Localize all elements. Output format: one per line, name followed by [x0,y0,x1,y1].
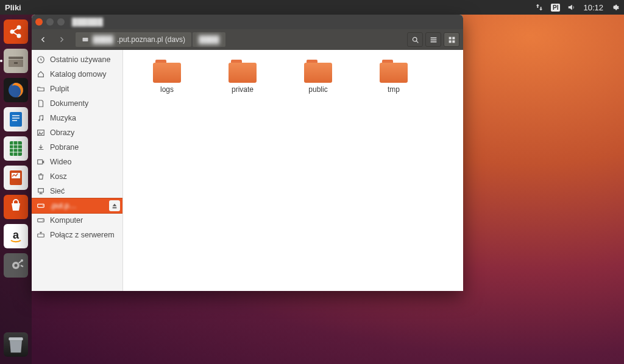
svg-rect-7 [14,62,18,64]
svg-text:a: a [13,229,20,241]
folder-label: public [308,85,327,94]
svg-rect-11 [10,112,22,127]
sidebar-item-label: Sieć [50,187,65,195]
sidebar-item-label: Dokumenty [50,99,88,108]
window-title: ██████ [72,18,103,26]
sidebar-item-label: Muzyka [50,114,76,122]
svg-point-36 [41,119,43,121]
nav-back-button[interactable] [35,32,51,47]
toolbar-list-view-button[interactable] [425,32,441,47]
window-minimize-button[interactable] [46,18,54,26]
svg-rect-28 [430,39,436,40]
folder-icon [229,60,257,83]
svg-point-44 [43,220,43,220]
sidebar-item-label: Katalog domowy [50,70,106,79]
svg-rect-27 [430,37,436,38]
sidebar-item-pictures[interactable]: Obrazy [32,125,122,140]
sidebar-item-label: Połącz z serwerem [50,231,115,239]
sidebar-item-label: Pobrane [50,143,79,152]
folder-item-private[interactable]: private [205,60,280,94]
folder-icon [304,60,332,83]
folder-item-public[interactable]: public [280,60,356,94]
launcher-software[interactable] [2,194,29,220]
keyboard-layout-indicator[interactable]: Pl [551,4,560,12]
sidebar-item-trash[interactable]: Kosz [32,169,122,184]
toolbar-search-button[interactable] [407,32,423,47]
clock[interactable]: 10:12 [583,3,603,12]
svg-rect-24 [9,337,23,340]
svg-rect-25 [83,38,88,41]
sidebar-item-connect[interactable]: Połącz z serwerem [32,228,122,242]
launcher-impress[interactable] [2,164,29,191]
sidebar-item-desktop[interactable]: Pulpit [32,82,122,96]
active-app-name: Pliki [5,3,21,12]
files-content-area[interactable]: logsprivatepublictmp [123,50,463,291]
folder-label: logs [160,85,174,94]
svg-point-26 [413,37,417,41]
svg-point-42 [43,205,43,206]
svg-point-22 [15,264,18,267]
svg-rect-39 [38,160,43,164]
sidebar-item-label: .put.p… [50,201,77,210]
sidebar-item-videos[interactable]: Wideo [32,155,122,169]
sidebar-item-label: Kosz [50,172,67,181]
folder-icon [153,60,181,83]
launcher-trash[interactable] [2,331,29,358]
svg-rect-31 [452,37,455,39]
launcher-calc[interactable] [2,135,29,162]
network-indicator-icon[interactable] [535,3,544,12]
path-segment-sub[interactable]: ████ [193,32,225,47]
sidebar-item-label: Ostatnio używane [50,55,110,64]
sidebar-item-label: Obrazy [50,128,74,137]
files-sidebar: Ostatnio używaneKatalog domowyPulpitDoku… [32,50,123,291]
top-menu-bar: Pliki Pl 10:12 [0,0,624,15]
svg-point-38 [39,131,40,133]
sidebar-item-label: Pulpit [50,85,69,93]
sidebar-item-music[interactable]: Muzyka [32,111,122,125]
folder-icon [380,60,408,83]
sidebar-item-computer[interactable]: Komputer [32,213,122,228]
svg-rect-32 [448,40,451,43]
files-toolbar: ████.put.poznan.pl (davs) ████ [32,29,463,50]
launcher-files[interactable] [2,47,29,74]
toolbar-grid-view-button[interactable] [444,32,459,47]
folder-item-tmp[interactable]: tmp [356,60,431,94]
sidebar-item-recent[interactable]: Ostatnio używane [32,52,122,67]
unity-launcher: a [0,15,32,364]
svg-rect-29 [430,41,436,42]
path-segment-host[interactable]: ████.put.poznan.pl (davs) [76,32,191,47]
folder-label: tmp [388,85,400,94]
sidebar-item-label: Wideo [50,158,71,166]
nav-forward-button[interactable] [54,32,69,47]
folder-label: private [232,85,254,94]
files-window: ██████ ████.put.poznan.pl (davs) ████ [32,15,463,291]
svg-rect-0 [4,19,28,44]
svg-rect-30 [448,37,451,39]
svg-rect-40 [38,189,44,192]
launcher-settings[interactable] [2,252,29,279]
window-maximize-button[interactable] [57,18,65,26]
svg-rect-33 [452,40,455,43]
window-close-button[interactable] [35,18,43,26]
launcher-writer[interactable] [2,106,29,133]
sidebar-item-network[interactable]: Sieć [32,184,122,198]
eject-button[interactable] [109,200,120,211]
sidebar-item-mnt[interactable]: .put.p… [32,198,122,213]
session-gear-icon[interactable] [611,3,619,12]
sidebar-item-downloads[interactable]: Pobrane [32,140,122,155]
launcher-firefox[interactable] [2,77,29,103]
svg-rect-5 [9,57,23,59]
path-bar: ████.put.poznan.pl (davs) ████ [76,32,225,47]
launcher-amazon[interactable]: a [2,223,29,250]
sidebar-item-documents[interactable]: Dokumenty [32,96,122,111]
sidebar-item-label: Komputer [50,216,83,225]
svg-point-23 [21,259,23,262]
launcher-dash[interactable] [2,18,29,45]
svg-rect-45 [38,234,44,237]
window-titlebar[interactable]: ██████ [32,15,463,29]
sound-indicator-icon[interactable] [567,3,576,12]
svg-point-35 [38,119,40,121]
folder-item-logs[interactable]: logs [129,60,205,94]
sidebar-item-home[interactable]: Katalog domowy [32,67,122,82]
